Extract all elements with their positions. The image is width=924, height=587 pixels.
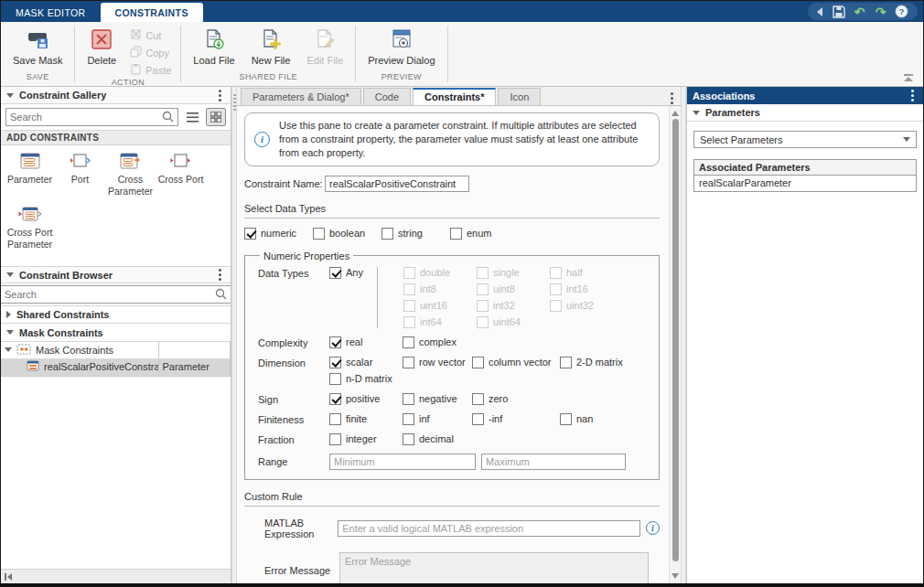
checkbox-column-vector[interactable]: column vector <box>472 357 560 368</box>
grid-view-icon[interactable] <box>206 108 226 126</box>
browser-search-input[interactable] <box>5 289 215 300</box>
checkbox-any[interactable]: Any <box>329 267 377 279</box>
checkbox-uint8[interactable]: uint8 <box>477 283 550 295</box>
parameter-icon <box>20 153 40 171</box>
paste-button[interactable]: Paste <box>126 62 175 78</box>
cut-button[interactable]: Cut <box>126 27 175 43</box>
left-panel-hscrollbar[interactable] <box>1 569 231 583</box>
shared-constraints-label: Shared Constraints <box>16 309 109 320</box>
checkbox-uint32[interactable]: uint32 <box>550 300 623 312</box>
scroll-left-icon[interactable] <box>5 573 12 581</box>
checkbox-finite[interactable]: finite <box>329 413 403 425</box>
splitter-grip-icon <box>233 94 236 111</box>
checkbox-uint64[interactable]: uint64 <box>477 316 550 328</box>
center-vscrollbar[interactable] <box>669 106 681 583</box>
checkbox-uint16[interactable]: uint16 <box>403 300 477 312</box>
checkbox-nan[interactable]: nan <box>560 413 593 425</box>
tabbar-menu-icon[interactable] <box>667 91 677 106</box>
tab-code[interactable]: Code <box>363 88 411 105</box>
select-parameters-dropdown[interactable]: Select Parameters <box>693 131 917 148</box>
preview-dialog-button[interactable]: Preview Dialog <box>361 26 441 69</box>
gallery-item-parameter[interactable]: Parameter <box>5 153 55 197</box>
scroll-up-icon[interactable] <box>672 111 679 116</box>
checkbox-negative[interactable]: negative <box>403 393 472 405</box>
tab-parameters-dialog[interactable]: Parameters & Dialog* <box>241 88 361 105</box>
checkbox-single[interactable]: single <box>477 267 550 279</box>
delete-button[interactable]: Delete <box>81 26 123 69</box>
tab-icon[interactable]: Icon <box>498 88 541 105</box>
associated-parameters-table: Associated Parameters realScalarParamete… <box>693 159 917 192</box>
gallery-menu-icon[interactable] <box>215 88 225 103</box>
checkbox-int32[interactable]: int32 <box>477 300 550 312</box>
browser-menu-icon[interactable] <box>215 267 225 283</box>
range-row: Range <box>254 454 650 470</box>
gallery-search-input[interactable] <box>10 112 162 123</box>
collapse-ribbon-icon[interactable] <box>903 74 914 82</box>
range-maximum-input[interactable] <box>481 454 626 470</box>
checkbox-complex[interactable]: complex <box>403 336 457 348</box>
checkbox-int16[interactable]: int16 <box>550 283 623 295</box>
gallery-item-cross-port-parameter[interactable]: Cross Port Parameter <box>5 206 55 250</box>
checkbox-half[interactable]: half <box>550 267 623 279</box>
load-file-button[interactable]: Load File <box>187 26 241 69</box>
chevron-left-icon[interactable] <box>817 7 822 16</box>
constraint-name-input[interactable] <box>325 176 469 192</box>
checkbox-int64[interactable]: int64 <box>403 316 477 328</box>
redo-icon[interactable]: ↷ <box>874 5 887 18</box>
checkbox-label: uint64 <box>493 316 521 327</box>
checkbox-nd-matrix[interactable]: n-D matrix <box>329 373 392 385</box>
gallery-item-cross-port[interactable]: Cross Port <box>156 153 206 197</box>
checkbox-integer[interactable]: integer <box>329 433 403 445</box>
quick-access-toolbar: ↶ ↷ ? <box>808 3 918 20</box>
tree-root-row[interactable]: Mask Constraints <box>1 342 231 358</box>
scroll-down-icon[interactable] <box>672 573 679 579</box>
tab-constraints[interactable]: Constraints* <box>413 88 496 105</box>
checkbox-icon <box>472 393 484 405</box>
save-mask-button[interactable]: Save Mask <box>6 26 69 69</box>
constraint-browser-header[interactable]: Constraint Browser <box>1 266 231 283</box>
scrollbar-thumb[interactable] <box>672 119 679 561</box>
checkbox-real[interactable]: real <box>329 336 403 348</box>
fraction-row: Fraction integer decimal <box>254 433 650 445</box>
checkbox-boolean[interactable]: boolean <box>313 228 381 240</box>
matlab-expression-input[interactable] <box>338 520 640 537</box>
new-file-button[interactable]: New File <box>245 26 297 69</box>
edit-file-button[interactable]: Edit File <box>300 26 349 69</box>
checkbox-string[interactable]: string <box>381 228 450 240</box>
checkbox-inf[interactable]: inf <box>403 413 472 425</box>
gallery-item-port[interactable]: Port <box>55 153 105 197</box>
toolstrip-tab-constraints[interactable]: CONSTRAINTS <box>101 3 203 22</box>
checkbox-decimal[interactable]: decimal <box>403 433 454 445</box>
toolstrip-tab-mask-editor[interactable]: MASK EDITOR <box>1 3 101 22</box>
associated-parameter-row[interactable]: realScalarParameter <box>694 176 916 191</box>
checkbox-scalar[interactable]: scalar <box>329 357 403 368</box>
checkbox-neg-inf[interactable]: -inf <box>472 413 560 425</box>
checkbox-2d-matrix[interactable]: 2-D matrix <box>560 357 623 368</box>
checkbox-numeric[interactable]: numeric <box>244 228 313 240</box>
parameters-section-header[interactable]: Parameters <box>687 104 923 122</box>
right-splitter[interactable] <box>681 87 686 583</box>
checkbox-positive[interactable]: positive <box>329 393 403 405</box>
tree-constraint-row[interactable]: realScalarPositiveConstraint Parameter <box>1 358 231 375</box>
associations-menu-icon[interactable] <box>908 88 918 103</box>
checkbox-icon <box>329 267 341 279</box>
checkbox-double[interactable]: double <box>403 267 477 279</box>
gallery-item-cross-parameter[interactable]: Cross Parameter <box>105 153 156 197</box>
cut-label: Cut <box>145 30 161 41</box>
range-minimum-input[interactable] <box>329 454 476 470</box>
undo-icon[interactable]: ↶ <box>853 5 866 18</box>
checkbox-enum[interactable]: enum <box>450 228 492 240</box>
save-icon[interactable] <box>832 5 845 18</box>
expression-info-icon[interactable]: i <box>646 521 660 535</box>
checkbox-row-vector[interactable]: row vector <box>403 357 472 368</box>
checkbox-int8[interactable]: int8 <box>403 283 477 295</box>
constraint-gallery-header[interactable]: Constraint Gallery <box>1 87 231 104</box>
checkbox-icon <box>450 228 462 240</box>
shared-constraints-row[interactable]: Shared Constraints <box>1 305 231 324</box>
mask-constraints-row[interactable]: Mask Constraints <box>1 324 231 342</box>
checkbox-zero[interactable]: zero <box>472 393 508 405</box>
error-message-textarea[interactable] <box>339 552 649 583</box>
list-view-icon[interactable] <box>182 108 202 126</box>
copy-button[interactable]: Copy <box>126 45 175 60</box>
help-icon[interactable]: ? <box>895 5 908 18</box>
